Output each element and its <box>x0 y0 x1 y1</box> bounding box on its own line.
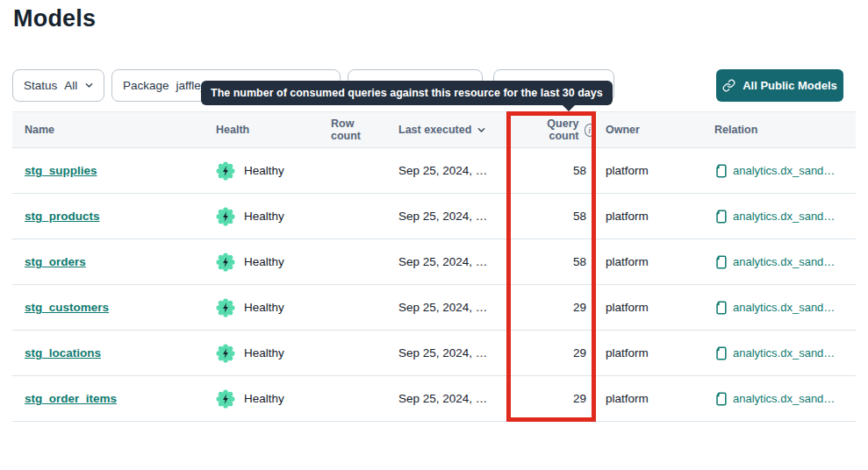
status-filter-label: Status <box>24 79 57 92</box>
healthy-badge-icon <box>216 389 235 409</box>
chevron-down-icon <box>84 81 94 90</box>
relation-link[interactable]: analytics.dx_sand… <box>733 255 835 268</box>
column-header-last-executed[interactable]: Last executed <box>386 124 514 136</box>
query-count-cell: 58 <box>514 255 595 268</box>
document-icon <box>714 346 728 360</box>
owner-cell: platform <box>595 255 704 268</box>
health-status-label: Healthy <box>244 392 284 405</box>
owner-cell: platform <box>595 164 704 177</box>
link-icon <box>722 79 735 92</box>
document-icon <box>714 301 728 315</box>
healthy-badge-icon <box>216 253 235 272</box>
info-icon[interactable]: i <box>585 124 596 137</box>
tooltip-arrow <box>562 104 576 111</box>
health-status-label: Healthy <box>244 210 284 223</box>
model-name-link[interactable]: stg_orders <box>25 255 86 268</box>
relation-link[interactable]: analytics.dx_sand… <box>733 346 835 360</box>
query-count-cell: 29 <box>514 346 595 360</box>
healthy-badge-icon <box>216 344 235 363</box>
status-filter-value: All <box>64 79 77 92</box>
relation-link[interactable]: analytics.dx_sand… <box>733 301 835 314</box>
table-body: stg_supplies Healthy Sep 25, 2024, … 58 … <box>12 148 856 422</box>
column-header-row-count: Row count <box>319 118 386 142</box>
sort-chevron-icon <box>477 125 486 135</box>
all-public-models-button[interactable]: All Public Models <box>716 69 843 102</box>
status-filter-dropdown[interactable]: Status All <box>12 69 104 102</box>
owner-cell: platform <box>595 346 704 360</box>
document-icon <box>714 210 728 224</box>
owner-cell: platform <box>595 301 704 314</box>
document-icon <box>714 255 728 269</box>
table-row: stg_order_items Healthy Sep 25, 2024, … … <box>12 376 856 422</box>
health-status-label: Healthy <box>244 346 284 360</box>
all-public-models-label: All Public Models <box>742 79 837 92</box>
page-title: Models <box>13 5 96 32</box>
package-filter-label: Package <box>123 79 169 92</box>
models-table: Name Health Row count Last executed Quer… <box>12 111 856 422</box>
last-executed-cell: Sep 25, 2024, … <box>386 255 514 268</box>
last-executed-cell: Sep 25, 2024, … <box>386 392 514 405</box>
query-count-cell: 58 <box>514 210 595 223</box>
column-header-owner: Owner <box>595 124 704 136</box>
model-name-link[interactable]: stg_customers <box>25 301 109 314</box>
query-count-cell: 58 <box>514 164 595 177</box>
last-executed-cell: Sep 25, 2024, … <box>386 346 514 360</box>
query-count-tooltip: The number of consumed queries against t… <box>201 81 613 105</box>
tooltip-text: The number of consumed queries against t… <box>211 87 603 99</box>
query-count-cell: 29 <box>514 301 595 314</box>
table-row: stg_locations Healthy Sep 25, 2024, … 29… <box>12 331 856 376</box>
last-executed-cell: Sep 25, 2024, … <box>386 301 514 314</box>
relation-link[interactable]: analytics.dx_sand… <box>733 164 835 177</box>
table-row: stg_products Healthy Sep 25, 2024, … 58 … <box>12 194 856 239</box>
table-row: stg_supplies Healthy Sep 25, 2024, … 58 … <box>12 148 856 194</box>
column-header-health: Health <box>204 124 319 136</box>
table-header-row: Name Health Row count Last executed Quer… <box>12 111 856 148</box>
model-name-link[interactable]: stg_order_items <box>25 392 117 405</box>
table-row: stg_orders Healthy Sep 25, 2024, … 58 pl… <box>12 239 856 285</box>
last-executed-cell: Sep 25, 2024, … <box>386 210 514 223</box>
owner-cell: platform <box>595 392 704 405</box>
column-header-name: Name <box>12 124 204 136</box>
last-executed-cell: Sep 25, 2024, … <box>386 164 514 177</box>
query-count-cell: 29 <box>514 392 595 405</box>
healthy-badge-icon <box>216 161 235 181</box>
model-name-link[interactable]: stg_locations <box>25 346 101 360</box>
health-status-label: Healthy <box>244 164 284 177</box>
healthy-badge-icon <box>216 298 235 317</box>
relation-link[interactable]: analytics.dx_sand… <box>733 392 835 405</box>
healthy-badge-icon <box>216 207 235 226</box>
relation-link[interactable]: analytics.dx_sand… <box>733 210 835 223</box>
column-header-relation: Relation <box>704 124 856 136</box>
health-status-label: Healthy <box>244 301 284 314</box>
model-name-link[interactable]: stg_products <box>25 210 100 223</box>
owner-cell: platform <box>595 210 704 223</box>
document-icon <box>714 392 728 406</box>
health-status-label: Healthy <box>244 255 284 268</box>
model-name-link[interactable]: stg_supplies <box>25 164 97 177</box>
column-header-query-count: Query count i <box>514 118 595 142</box>
document-icon <box>714 164 728 178</box>
table-row: stg_customers Healthy Sep 25, 2024, … 29… <box>12 285 856 331</box>
